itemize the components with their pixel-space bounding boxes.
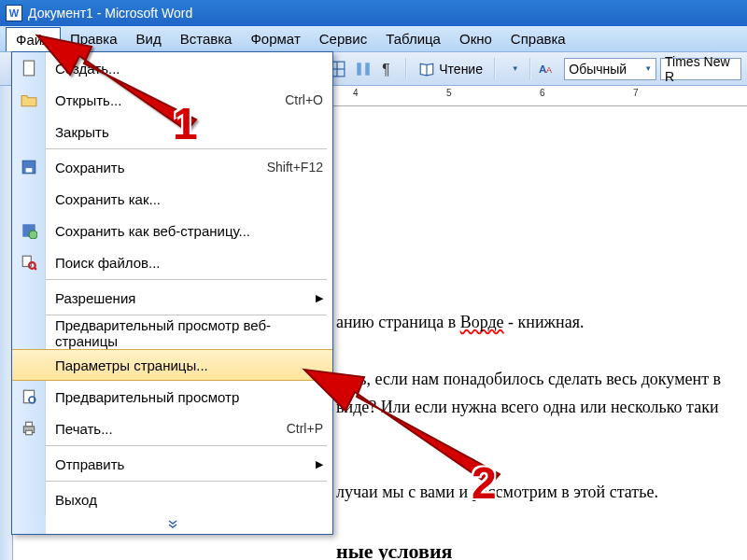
- shortcut-label: Ctrl+P: [287, 421, 323, 436]
- ruler[interactable]: 4 5 6 7: [325, 86, 747, 106]
- menu-item-save-as-web[interactable]: Сохранить как веб-страницу...: [12, 215, 332, 246]
- doc-paragraph: анию страница в Ворде - книжная.: [336, 308, 736, 337]
- paragraph-marks-button[interactable]: ¶: [377, 57, 402, 81]
- toolbar-separator: [494, 58, 496, 80]
- callout-number-2: 2: [472, 457, 497, 509]
- svg-rect-10: [25, 168, 32, 173]
- title-bar: W Документ1 - Microsoft Word: [0, 0, 747, 26]
- chevron-down-icon: ▼: [644, 64, 652, 73]
- font-value: Times New R: [665, 54, 737, 84]
- menu-item-create[interactable]: Создать...: [12, 52, 332, 84]
- styles-pane-button[interactable]: AA: [536, 57, 560, 81]
- svg-rect-4: [365, 63, 370, 76]
- columns-icon: [355, 61, 372, 77]
- callout-number-1: 1: [173, 98, 198, 149]
- save-web-icon: [21, 222, 37, 239]
- reading-layout-button[interactable]: Чтение: [411, 57, 490, 81]
- printer-icon: [21, 420, 37, 437]
- doc-paragraph: виде? Или если нужна всего одна или неск…: [336, 393, 736, 422]
- ruler-tick: 5: [446, 88, 452, 98]
- svg-point-12: [29, 231, 37, 239]
- toolbar-separator: [529, 58, 531, 80]
- svg-rect-19: [25, 422, 32, 427]
- ruler-tick: 7: [633, 88, 639, 98]
- menu-item-exit[interactable]: Выход: [12, 483, 332, 515]
- style-value: Обычный: [569, 62, 627, 77]
- columns-button[interactable]: [351, 57, 375, 81]
- pilcrow-icon: ¶: [380, 61, 397, 77]
- doc-paragraph: лучаи мы с вами и рассмотрим в этой стат…: [336, 478, 736, 507]
- menu-edit[interactable]: Правка: [61, 27, 127, 50]
- menu-item-print[interactable]: Печать... Ctrl+P: [12, 413, 332, 444]
- menu-table[interactable]: Таблица: [376, 27, 450, 50]
- submenu-arrow-icon: ▶: [316, 292, 323, 304]
- chevron-double-down-icon: [166, 520, 179, 529]
- submenu-arrow-icon: ▶: [316, 458, 323, 470]
- menu-tools[interactable]: Сервис: [310, 27, 376, 50]
- menu-item-page-setup[interactable]: Параметры страницы...: [12, 349, 332, 381]
- doc-heading: ные условия: [336, 534, 736, 560]
- menu-item-print-preview[interactable]: Предварительный просмотр: [12, 381, 332, 413]
- menu-expand-button[interactable]: [12, 515, 332, 534]
- menu-window[interactable]: Окно: [450, 27, 501, 50]
- chevron-down-icon: ▼: [512, 64, 519, 73]
- svg-rect-3: [357, 63, 361, 76]
- shortcut-label: Shift+F12: [267, 160, 323, 175]
- svg-rect-20: [25, 430, 32, 435]
- shortcut-label: Ctrl+O: [285, 92, 323, 107]
- menu-separator: [12, 314, 332, 317]
- svg-rect-8: [23, 61, 34, 76]
- menu-help[interactable]: Справка: [501, 27, 575, 50]
- menu-item-save[interactable]: Сохранить Shift+F12: [12, 151, 332, 183]
- ruler-tick: 6: [540, 88, 545, 98]
- menu-item-web-preview[interactable]: Предварительный просмотр веб-страницы: [12, 317, 332, 349]
- svg-line-15: [34, 268, 35, 270]
- menu-separator: [12, 480, 332, 483]
- toolbar-dropdown-button[interactable]: ▼: [500, 57, 525, 81]
- menu-item-file-search[interactable]: Поиск файлов...: [12, 246, 332, 278]
- reading-label: Чтение: [439, 62, 483, 77]
- svg-text:¶: ¶: [383, 61, 390, 77]
- new-doc-icon: [21, 60, 37, 77]
- menu-format[interactable]: Формат: [241, 27, 309, 50]
- menu-view[interactable]: Вид: [127, 27, 171, 50]
- menu-item-save-as[interactable]: Сохранить как...: [12, 183, 332, 215]
- menu-item-permissions[interactable]: Разрешения ▶: [12, 282, 332, 314]
- menu-item-send[interactable]: Отправить ▶: [12, 448, 332, 480]
- menu-separator: [12, 444, 332, 448]
- menu-insert[interactable]: Вставка: [171, 27, 242, 50]
- print-preview-icon: [21, 388, 37, 405]
- toolbar-separator: [405, 58, 407, 80]
- word-app-icon: W: [6, 5, 22, 21]
- window-title: Документ1 - Microsoft Word: [28, 6, 192, 21]
- document-area[interactable]: анию страница в Ворде - книжная. лать, е…: [325, 121, 747, 560]
- doc-paragraph: лать, если нам понадобилось сделать весь…: [336, 365, 736, 394]
- font-select[interactable]: Times New R: [660, 58, 741, 80]
- book-icon: [418, 61, 435, 77]
- search-files-icon: [21, 254, 37, 271]
- menu-file[interactable]: Файл: [6, 27, 61, 51]
- menu-separator: [12, 278, 332, 282]
- open-folder-icon: [21, 91, 37, 108]
- styles-aa-icon: AA: [539, 61, 556, 77]
- style-select[interactable]: Обычный ▼: [564, 58, 656, 80]
- save-disk-icon: [21, 159, 37, 175]
- menu-bar: Файл Правка Вид Вставка Формат Сервис Та…: [0, 26, 747, 52]
- ruler-tick: 4: [353, 88, 359, 98]
- svg-text:A: A: [547, 65, 553, 75]
